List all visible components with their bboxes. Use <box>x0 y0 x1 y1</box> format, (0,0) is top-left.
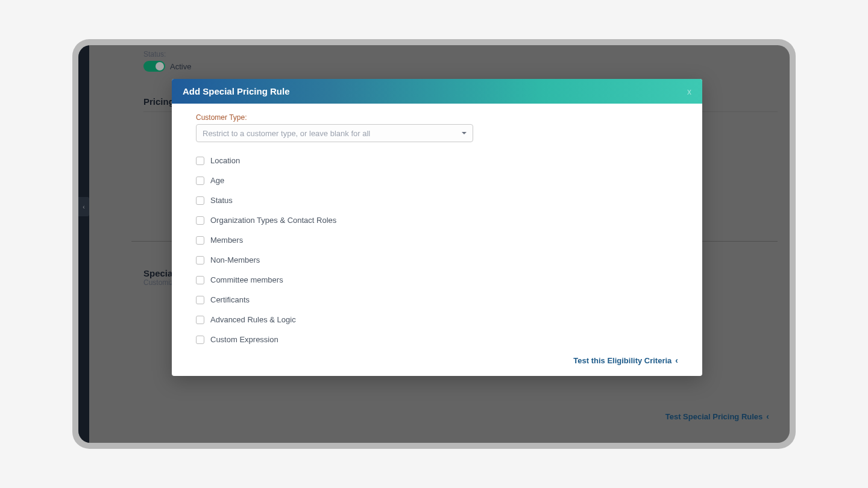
checkbox-label: Members <box>210 236 243 245</box>
criteria-row-status: Status <box>196 190 678 210</box>
checkbox-label: Location <box>210 156 240 165</box>
test-eligibility-label: Test this Eligibility Criteria <box>573 356 671 365</box>
criteria-row-members: Members <box>196 230 678 250</box>
modal-header: Add Special Pricing Rule x <box>172 79 702 104</box>
criteria-row-advanced: Advanced Rules & Logic <box>196 310 678 330</box>
device-frame: ‹ Status: Active Pricing Special Pri Cus… <box>72 39 796 449</box>
checkbox-label: Advanced Rules & Logic <box>210 315 296 324</box>
customer-type-label: Customer Type: <box>196 113 678 122</box>
customer-type-select[interactable]: Restrict to a customer type, or leave bl… <box>196 124 473 142</box>
modal-body: Customer Type: Restrict to a customer ty… <box>172 104 702 376</box>
checkbox-custom-expr[interactable] <box>196 336 204 344</box>
checkbox-org-types[interactable] <box>196 216 204 225</box>
test-eligibility-link[interactable]: Test this Eligibility Criteria ‹ <box>573 355 678 365</box>
checkbox-status[interactable] <box>196 196 204 205</box>
criteria-row-non-members: Non-Members <box>196 250 678 270</box>
criteria-row-custom-expr: Custom Expression <box>196 330 678 349</box>
criteria-row-committee: Committee members <box>196 270 678 290</box>
chevron-down-icon <box>462 132 467 134</box>
checkbox-members[interactable] <box>196 236 204 245</box>
checkbox-label: Certificants <box>210 295 250 304</box>
checkbox-age[interactable] <box>196 177 204 185</box>
modal-footer: Test this Eligibility Criteria ‹ <box>196 349 678 365</box>
checkbox-certificants[interactable] <box>196 296 204 304</box>
checkbox-label: Status <box>210 196 233 205</box>
customer-type-placeholder: Restrict to a customer type, or leave bl… <box>203 129 370 138</box>
checkbox-label: Organization Types & Contact Roles <box>210 216 336 225</box>
checkbox-committee[interactable] <box>196 276 204 284</box>
add-pricing-rule-modal: Add Special Pricing Rule x Customer Type… <box>172 79 702 376</box>
checkbox-location[interactable] <box>196 157 204 165</box>
device-screen: ‹ Status: Active Pricing Special Pri Cus… <box>78 45 790 443</box>
checkbox-non-members[interactable] <box>196 256 204 264</box>
criteria-row-age: Age <box>196 170 678 190</box>
criteria-row-org-types: Organization Types & Contact Roles <box>196 210 678 230</box>
criteria-checkbox-list: Location Age Status Organization Types &… <box>196 151 678 349</box>
chevron-right-icon: ‹ <box>675 355 678 365</box>
checkbox-label: Age <box>210 176 224 185</box>
close-icon[interactable]: x <box>687 87 691 96</box>
criteria-row-certificants: Certificants <box>196 290 678 310</box>
checkbox-label: Custom Expression <box>210 335 278 344</box>
criteria-row-location: Location <box>196 151 678 170</box>
checkbox-label: Committee members <box>210 275 283 284</box>
checkbox-advanced[interactable] <box>196 316 204 324</box>
modal-title: Add Special Pricing Rule <box>183 86 290 96</box>
checkbox-label: Non-Members <box>210 255 260 264</box>
